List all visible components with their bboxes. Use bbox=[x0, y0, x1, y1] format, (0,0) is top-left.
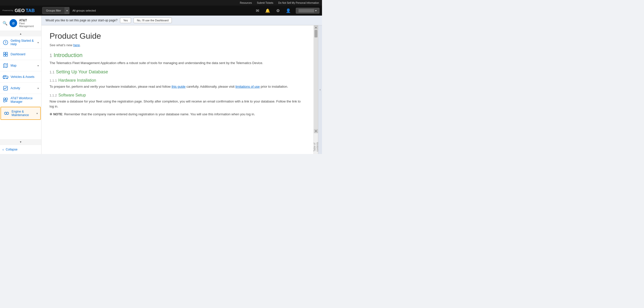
sidebar-scroll-up-button[interactable]: ▴ bbox=[0, 31, 41, 36]
section111-limitations-link[interactable]: limitations of use bbox=[235, 85, 260, 88]
sidebar-search-icon[interactable]: 🔍 bbox=[3, 21, 8, 26]
user-icon: 👤 bbox=[286, 9, 291, 13]
toc-sidebar[interactable]: ▲ ▼ Table of contents bbox=[313, 25, 318, 154]
resources-link[interactable]: Resources bbox=[240, 2, 252, 4]
groups-selected-text: All groups selected bbox=[72, 9, 96, 12]
doc-subtitle: See what's new here. bbox=[50, 43, 305, 47]
do-not-sell-link[interactable]: Do Not Sell My Personal Information bbox=[278, 2, 319, 4]
scroll-down-icon: ▼ bbox=[315, 130, 317, 132]
toc-scroll-down-button[interactable]: ▼ bbox=[314, 129, 318, 133]
brand-sub: Fleet Management bbox=[19, 22, 39, 28]
startup-bar: Would you like to set this page as your … bbox=[42, 16, 322, 25]
vehicles-icon bbox=[3, 74, 9, 80]
scroll-up-icon: ▲ bbox=[315, 26, 317, 29]
section11-title: Setting Up Your Database bbox=[56, 69, 108, 75]
content-area: Would you like to set this page as your … bbox=[42, 16, 322, 154]
svg-point-22 bbox=[6, 113, 7, 114]
user-dropdown-arrow: ▾ bbox=[315, 9, 317, 12]
scroll-track bbox=[314, 29, 318, 129]
doc-subtitle-post: . bbox=[80, 43, 81, 47]
activity-arrow: ▾ bbox=[37, 87, 39, 90]
scroll-down-icon: ▾ bbox=[20, 140, 21, 144]
svg-rect-15 bbox=[4, 86, 8, 90]
user-icon-button[interactable]: 👤 bbox=[285, 7, 292, 14]
doc-subtitle-link[interactable]: here bbox=[73, 43, 80, 47]
startup-no-button[interactable]: No, I'll use the Dashboard bbox=[134, 18, 172, 23]
sidebar-item-vehicles[interactable]: Vehicles & Assets bbox=[0, 71, 41, 83]
doc-area: Product Guide See what's new here. 1 Int… bbox=[42, 25, 313, 154]
scroll-thumb[interactable] bbox=[314, 30, 317, 37]
sidebar-item-map[interactable]: Map ▾ bbox=[0, 60, 41, 71]
svg-rect-4 bbox=[4, 52, 5, 54]
section111-this-guide-link[interactable]: this guide bbox=[172, 85, 186, 88]
sidebar: 🔍 @ AT&T Fleet Management ▴ ? Getting St… bbox=[0, 16, 42, 154]
svg-point-13 bbox=[4, 78, 5, 79]
sidebar-item-workforce[interactable]: AT&T Workforce Manager bbox=[0, 94, 41, 106]
toc-scroll-up-button[interactable]: ▲ bbox=[314, 25, 318, 29]
section112-num: 1.1.2 bbox=[50, 93, 57, 97]
svg-text:@: @ bbox=[12, 22, 15, 25]
note-text: : Remember that the company name entered… bbox=[62, 112, 255, 116]
dashboard-icon bbox=[3, 51, 9, 57]
groups-filter-button[interactable]: Groups filter bbox=[42, 7, 65, 14]
svg-marker-8 bbox=[4, 64, 8, 68]
geotab-logo: Powered by GEOTAB bbox=[3, 8, 35, 13]
sidebar-item-dashboard-label: Dashboard bbox=[11, 53, 39, 56]
doc-title: Product Guide bbox=[50, 31, 305, 41]
mail-icon-button[interactable]: ✉ bbox=[255, 7, 260, 14]
second-nav-right: ✉ 🔔 ⚙ 👤 ████████ ▾ bbox=[255, 7, 319, 14]
section111-para-mid: carefully. Additionally, please visit bbox=[186, 85, 235, 88]
startup-yes-button[interactable]: Yes bbox=[120, 18, 131, 23]
section111-title: Hardware Installation bbox=[58, 78, 96, 83]
sidebar-item-activity[interactable]: Activity ▾ bbox=[0, 83, 41, 94]
user-name-label: ████████ bbox=[299, 9, 314, 12]
gear-icon: ⚙ bbox=[276, 9, 280, 13]
note-bold: NOTE bbox=[53, 112, 62, 116]
brand-info: AT&T Fleet Management bbox=[19, 19, 39, 28]
user-profile-button[interactable]: ████████ ▾ bbox=[296, 8, 319, 14]
sidebar-item-activity-label: Activity bbox=[11, 86, 37, 90]
section1-title: Introduction bbox=[54, 52, 83, 59]
main-layout: 🔍 @ AT&T Fleet Management ▴ ? Getting St… bbox=[0, 16, 322, 154]
toc-label[interactable]: Table of contents bbox=[313, 133, 319, 154]
submit-tickets-link[interactable]: Submit Tickets bbox=[257, 2, 273, 4]
getting-started-icon: ? bbox=[3, 39, 9, 45]
logo-tab: TAB bbox=[26, 8, 35, 13]
sidebar-item-getting-started-label: Getting Started & Help bbox=[11, 39, 37, 46]
section11-header: 1.1 Setting Up Your Database bbox=[50, 69, 305, 75]
section111-header: 1.1.1 Hardware Installation bbox=[50, 78, 305, 83]
bell-icon-button[interactable]: 🔔 bbox=[264, 7, 271, 14]
workforce-icon bbox=[3, 97, 9, 103]
section111-para: To prepare for, perform and verify your … bbox=[50, 84, 305, 89]
engine-arrow: ▾ bbox=[36, 112, 38, 115]
collapse-icon: ‹ bbox=[3, 147, 4, 151]
scroll-up-icon: ▴ bbox=[20, 32, 21, 35]
section11-num: 1.1 bbox=[50, 70, 54, 74]
bell-icon: 🔔 bbox=[265, 9, 270, 13]
sidebar-item-dashboard[interactable]: Dashboard bbox=[0, 49, 41, 60]
svg-rect-5 bbox=[6, 52, 8, 54]
gear-icon-button[interactable]: ⚙ bbox=[275, 7, 281, 14]
svg-rect-16 bbox=[4, 98, 5, 100]
groups-filter-arrow-button[interactable]: ▾ bbox=[65, 7, 69, 14]
svg-point-14 bbox=[7, 78, 8, 79]
sidebar-item-map-label: Map bbox=[11, 64, 37, 67]
sidebar-item-engine[interactable]: Engine & Maintenance ▾ bbox=[1, 107, 41, 120]
mail-icon: ✉ bbox=[256, 9, 259, 13]
sidebar-item-engine-label: Engine & Maintenance bbox=[12, 110, 36, 117]
sidebar-item-workforce-label: AT&T Workforce Manager bbox=[11, 96, 39, 104]
svg-rect-7 bbox=[6, 55, 8, 56]
startup-question: Would you like to set this page as your … bbox=[46, 19, 117, 22]
section111-para-pre: To prepare for, perform and verify your … bbox=[50, 85, 172, 88]
section1-para: The Telematics Fleet Management Applicat… bbox=[50, 61, 305, 66]
collapse-label: Collapse bbox=[6, 148, 18, 151]
sidebar-scroll-down-button[interactable]: ▾ bbox=[0, 139, 41, 145]
doc-subtitle-pre: See what's new bbox=[50, 43, 73, 47]
collapse-sidebar-button[interactable]: ‹ Collapse bbox=[0, 145, 41, 154]
svg-rect-17 bbox=[6, 98, 8, 100]
engine-icon bbox=[4, 110, 10, 116]
sidebar-item-getting-started[interactable]: ? Getting Started & Help ▾ bbox=[0, 36, 41, 49]
getting-started-arrow: ▾ bbox=[37, 41, 39, 44]
groups-filter-container: Groups filter ▾ bbox=[42, 7, 69, 14]
section112-title: Software Setup bbox=[58, 93, 86, 97]
